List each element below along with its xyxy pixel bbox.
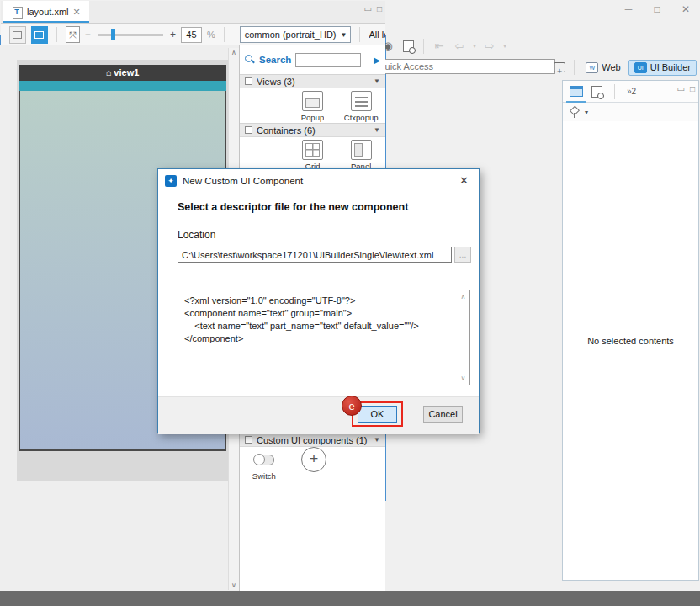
view1-title: view1 bbox=[114, 67, 139, 77]
xml-line: </component> bbox=[184, 332, 456, 345]
zoom-in-button[interactable]: + bbox=[170, 29, 176, 40]
editor-tabbar: layout.xml ✕ ▭ □ bbox=[1, 1, 385, 24]
editor-tab-close-icon[interactable]: ✕ bbox=[73, 7, 81, 18]
view1-titlebar-color[interactable] bbox=[19, 81, 226, 91]
design-view-button[interactable] bbox=[31, 26, 48, 44]
popup-widget-icon bbox=[302, 91, 323, 111]
palette-search-row: Search ▶ bbox=[240, 45, 385, 74]
minimize-pane-icon[interactable]: ▭ bbox=[677, 84, 685, 93]
fit-to-screen-button[interactable]: ⤧ bbox=[66, 26, 80, 43]
descriptor-xml-preview[interactable]: <?xml version="1.0" encoding="UTF-8"?><c… bbox=[178, 290, 470, 385]
resolution-combo[interactable]: common (portrait_HD) ▼ bbox=[240, 26, 352, 43]
source-view-button[interactable] bbox=[9, 26, 26, 44]
minimize-icon[interactable]: ─ bbox=[614, 0, 643, 20]
palette-item-hidden[interactable] bbox=[240, 137, 289, 172]
properties-toolbar: ▾ bbox=[563, 103, 698, 121]
layout-file-icon bbox=[11, 7, 23, 18]
palette-item-popup[interactable]: Popup bbox=[289, 88, 337, 123]
cancel-button[interactable]: Cancel bbox=[423, 406, 463, 423]
location-input[interactable] bbox=[178, 247, 452, 263]
tab-search-view[interactable] bbox=[591, 81, 602, 103]
search-icon bbox=[245, 55, 255, 65]
editor-tab-title: layout.xml bbox=[27, 7, 69, 17]
zoom-slider[interactable] bbox=[98, 34, 163, 36]
properties-tabbar: »2 ▭ □ bbox=[563, 81, 698, 103]
section-collapse-icon[interactable]: ▼ bbox=[374, 126, 380, 134]
palette-section-header[interactable]: Views (3)▼ bbox=[240, 74, 385, 88]
close-icon[interactable]: ✕ bbox=[671, 0, 700, 20]
palette-search-label: Search bbox=[259, 55, 291, 65]
properties-menu-icon[interactable]: ▾ bbox=[583, 109, 590, 116]
palette-grid: Switch bbox=[240, 447, 385, 481]
resolution-combo-value: common (portrait_HD) bbox=[241, 29, 341, 40]
section-icon bbox=[245, 436, 252, 444]
palette-search-input[interactable] bbox=[295, 53, 361, 67]
palette-item-panel[interactable]: Panel bbox=[337, 137, 385, 172]
dialog-heading: Select a descriptor file for the new com… bbox=[178, 201, 408, 213]
maximize-pane-icon[interactable]: □ bbox=[377, 4, 382, 13]
dialog-title: New Custom UI Component bbox=[183, 176, 450, 186]
editor-toolbar: ⤧ − + 45 % common (portrait_HD) ▼ All lo… bbox=[1, 24, 385, 46]
palette-section-header[interactable]: Containers (6)▼ bbox=[240, 123, 385, 137]
zoom-out-button[interactable]: − bbox=[85, 29, 91, 40]
zoom-slider-thumb[interactable] bbox=[111, 29, 115, 40]
switch-widget-icon bbox=[253, 449, 274, 470]
xml-line: <component name="text" group="main"> bbox=[184, 307, 456, 320]
maximize-pane-icon[interactable]: □ bbox=[690, 84, 695, 93]
annotation-badge-e: e bbox=[342, 396, 362, 416]
dialog-button-bar: OK Cancel e bbox=[158, 396, 479, 434]
section-label: Views (3) bbox=[257, 77, 369, 87]
tab-overflow-indicator[interactable]: »2 bbox=[627, 87, 636, 96]
section-icon bbox=[245, 77, 252, 85]
ok-button[interactable]: OK bbox=[358, 406, 397, 423]
add-widget-icon bbox=[302, 449, 323, 470]
scroll-up-icon[interactable]: ∧ bbox=[229, 49, 239, 56]
minimize-pane-icon[interactable]: ▭ bbox=[364, 4, 372, 13]
grid-widget-icon bbox=[302, 140, 323, 160]
dialog-titlebar: ✦ New Custom UI Component ✕ bbox=[158, 169, 479, 192]
browse-button[interactable]: ... bbox=[454, 247, 471, 263]
statusbar bbox=[0, 591, 700, 606]
section-collapse-icon[interactable]: ▼ bbox=[374, 77, 380, 85]
palette-grid: PopupCtxpopup bbox=[240, 88, 385, 123]
tizen-studio-window: { "window": { "title": "UI Builder - UIB… bbox=[0, 0, 700, 606]
section-collapse-icon[interactable]: ▼ bbox=[374, 436, 380, 444]
maximize-icon[interactable]: □ bbox=[643, 0, 671, 20]
palette-item-label: Ctxpopup bbox=[344, 113, 379, 122]
location-label: Location bbox=[178, 229, 215, 241]
doc-search-icon bbox=[591, 86, 602, 98]
pin-icon[interactable] bbox=[570, 106, 578, 118]
tab-layout-xml[interactable]: layout.xml ✕ bbox=[3, 1, 89, 23]
ctxpopup-widget-icon bbox=[351, 91, 372, 111]
dialog-tizen-icon: ✦ bbox=[165, 175, 177, 187]
dialog-close-icon[interactable]: ✕ bbox=[456, 174, 472, 187]
section-icon bbox=[245, 126, 252, 134]
search-go-icon[interactable]: ▶ bbox=[374, 56, 380, 65]
palette-item-switch[interactable]: Switch bbox=[240, 447, 289, 481]
palette-item-add[interactable] bbox=[289, 447, 337, 481]
scroll-down-icon[interactable]: ∨ bbox=[458, 375, 469, 382]
palette-item-ctxpopup[interactable]: Ctxpopup bbox=[337, 88, 385, 123]
section-label: Containers (6) bbox=[257, 125, 369, 136]
resolution-combo-arrow[interactable]: ▼ bbox=[341, 31, 351, 39]
palette-item-grid[interactable]: Grid bbox=[289, 137, 337, 172]
zoom-percent-label: % bbox=[207, 29, 215, 40]
palette-item-hidden[interactable] bbox=[240, 88, 289, 123]
scroll-down-icon[interactable]: ∨ bbox=[229, 582, 239, 589]
new-custom-ui-component-dialog: ✦ New Custom UI Component ✕ Select a des… bbox=[157, 168, 480, 433]
properties-table-icon bbox=[570, 86, 583, 97]
panel-widget-icon bbox=[351, 140, 372, 160]
palette-item-label: Switch bbox=[252, 471, 276, 481]
view1-header[interactable]: ⌂ view1 bbox=[19, 65, 226, 81]
zoom-value-field[interactable]: 45 bbox=[181, 27, 202, 43]
palette-section-header[interactable]: Custom UI components (1)▼ bbox=[240, 433, 385, 447]
no-selection-message: No selected contents bbox=[563, 336, 698, 346]
properties-pane: »2 ▭ □ ▾ No selected contents bbox=[562, 80, 699, 581]
scroll-up-icon[interactable]: ∧ bbox=[458, 293, 469, 300]
xml-line: <text name="text" part_name="text" defau… bbox=[184, 320, 456, 332]
tab-properties[interactable] bbox=[570, 81, 583, 103]
locale-combo[interactable]: All loc bbox=[369, 29, 385, 40]
xml-line: <?xml version="1.0" encoding="UTF-8"?> bbox=[184, 295, 456, 307]
section-label: Custom UI components (1) bbox=[257, 435, 369, 445]
xml-scrollbar[interactable]: ∧ ∨ bbox=[458, 291, 469, 384]
